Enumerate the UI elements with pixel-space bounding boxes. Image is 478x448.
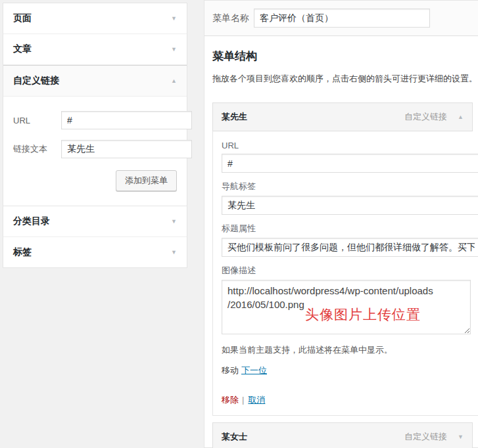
chevron-down-icon[interactable]: ▼ — [458, 434, 464, 440]
menu-structure-title: 菜单结构 — [212, 49, 478, 64]
description-note: 如果当前主题支持，此描述将在菜单中显示。 — [222, 344, 478, 356]
accordion-section-tags: 标签 ▼ — [3, 237, 187, 267]
accordion-section-categories: 分类目录 ▼ — [3, 206, 187, 237]
url-row: URL — [13, 111, 177, 129]
custom-link-form: URL 链接文本 添加到菜单 — [3, 97, 187, 206]
add-to-menu-button[interactable]: 添加到菜单 — [116, 170, 177, 191]
link-text-input[interactable] — [61, 140, 192, 158]
menu-item-title: 某先生 — [222, 111, 247, 123]
menu-editor-panel: 菜单名称 菜单结构 拖放各个项目到您喜欢的顺序，点击右侧的箭头可进行更详细的设置… — [204, 0, 478, 448]
menu-item-header[interactable]: 某先生 自定义链接 ▲ — [212, 102, 473, 131]
accordion-title: 文章 — [13, 43, 32, 55]
accordion-header-tags[interactable]: 标签 ▼ — [3, 237, 187, 267]
chevron-down-icon[interactable]: ▼ — [171, 16, 177, 22]
menu-item-expanded: 某先生 自定义链接 ▲ URL 导航标签 标题属性 图像描述 — [212, 102, 478, 416]
menu-item-settings: URL 导航标签 标题属性 图像描述 http://localhost/word… — [212, 131, 478, 416]
move-label: 移动 — [222, 365, 239, 375]
link-text-label: 链接文本 — [13, 143, 61, 155]
menu-item-title: 某女士 — [222, 431, 247, 443]
menu-item-collapsed: 某女士 自定义链接 ▼ — [212, 422, 478, 448]
accordion-section-custom-links: 自定义链接 ▲ URL 链接文本 添加到菜单 — [3, 65, 187, 206]
accordion-header-posts[interactable]: 文章 ▼ — [3, 34, 187, 64]
accordion-header-categories[interactable]: 分类目录 ▼ — [3, 206, 187, 236]
accordion-header-custom-links[interactable]: 自定义链接 ▲ — [3, 66, 187, 97]
item-title-attr-field: 标题属性 — [222, 223, 478, 257]
url-label: URL — [13, 116, 61, 125]
submit-row: 添加到菜单 — [13, 169, 177, 200]
accordion-section-pages: 页面 ▼ — [3, 3, 187, 34]
menu-structure-hint: 拖放各个项目到您喜欢的顺序，点击右侧的箭头可进行更详细的设置。 — [212, 73, 478, 85]
menu-structure-section: 菜单结构 拖放各个项目到您喜欢的顺序，点击右侧的箭头可进行更详细的设置。 某先生… — [204, 36, 478, 448]
remove-link[interactable]: 移除 — [222, 395, 239, 405]
item-description-field: 图像描述 http://localhost/wordpress4/wp-cont… — [222, 265, 478, 336]
chevron-up-icon[interactable]: ▲ — [458, 114, 464, 120]
menu-name-row: 菜单名称 — [204, 1, 478, 36]
menu-name-input[interactable] — [254, 9, 430, 28]
item-actions: 移除|取消 — [222, 394, 478, 406]
item-title-attr-label: 标题属性 — [222, 223, 478, 235]
item-url-input[interactable] — [222, 154, 478, 173]
item-description-textarea[interactable]: http://localhost/wordpress4/wp-content/u… — [222, 280, 471, 334]
item-nav-input[interactable] — [222, 196, 478, 215]
menu-name-label: 菜单名称 — [212, 12, 249, 24]
accordion-section-posts: 文章 ▼ — [3, 34, 187, 65]
item-url-field: URL — [222, 141, 478, 173]
menu-item-header[interactable]: 某女士 自定义链接 ▼ — [212, 422, 473, 448]
accordion-title: 标签 — [13, 246, 32, 258]
item-title-attr-input[interactable] — [222, 238, 478, 257]
menu-item-type-label: 自定义链接 — [404, 111, 447, 123]
chevron-down-icon[interactable]: ▼ — [171, 47, 177, 53]
item-nav-label: 导航标签 — [222, 181, 478, 192]
accordion-header-pages[interactable]: 页面 ▼ — [3, 3, 187, 34]
chevron-up-icon[interactable]: ▲ — [171, 78, 177, 84]
accordion-title: 自定义链接 — [13, 75, 59, 87]
item-url-label: URL — [222, 141, 478, 150]
item-nav-label-field: 导航标签 — [222, 181, 478, 215]
accordion-title: 分类目录 — [13, 215, 50, 227]
accordion-title: 页面 — [13, 12, 32, 24]
url-input[interactable] — [61, 111, 192, 129]
actions-separator: | — [242, 395, 244, 405]
link-text-row: 链接文本 — [13, 140, 177, 158]
cancel-link[interactable]: 取消 — [248, 395, 265, 405]
item-description-wrap: http://localhost/wordpress4/wp-content/u… — [222, 280, 471, 336]
item-description-label: 图像描述 — [222, 265, 478, 277]
move-next-link[interactable]: 下一位 — [241, 365, 267, 375]
menu-item-type-label: 自定义链接 — [404, 431, 447, 443]
add-menu-items-sidebar: 页面 ▼ 文章 ▼ 自定义链接 ▲ URL 链接文本 添加到菜单 — [3, 3, 187, 268]
chevron-down-icon[interactable]: ▼ — [171, 219, 177, 225]
chevron-down-icon[interactable]: ▼ — [171, 250, 177, 256]
move-row: 移动下一位 — [222, 365, 478, 376]
